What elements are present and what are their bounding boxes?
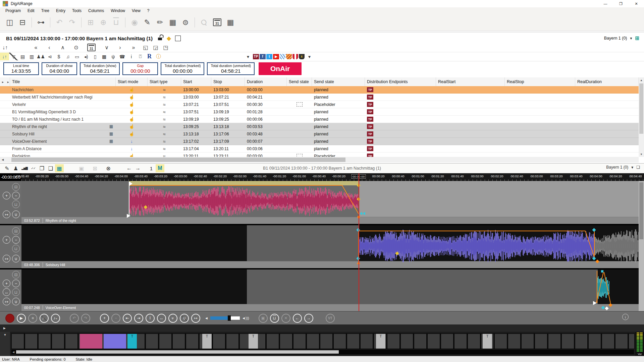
copy-icon[interactable]: ❐ — [38, 164, 46, 172]
prev-button[interactable]: ← — [293, 314, 302, 323]
show-checkbox[interactable] — [175, 36, 181, 41]
menu-edit[interactable]: Edit — [24, 8, 38, 14]
column-header-send-state[interactable]: Send state — [312, 77, 365, 86]
menu-entry[interactable]: Entry — [53, 8, 69, 14]
menu-program[interactable]: Program — [2, 8, 24, 14]
playhead[interactable] — [359, 173, 359, 311]
track-zoom-out-button[interactable]: − — [12, 192, 20, 199]
music-icon[interactable]: ♫ — [63, 53, 72, 60]
money-icon[interactable]: $ — [54, 53, 63, 60]
track-zoom-in-button[interactable]: + — [3, 192, 10, 199]
scroll-thumb[interactable] — [11, 158, 345, 162]
table-row[interactable]: From A Distance↓≈13:17:0413:20:1100:03:0… — [0, 145, 639, 153]
split-vertical-icon[interactable]: ◫ — [3, 16, 16, 29]
cleanup-button[interactable]: ⊔ — [270, 314, 279, 323]
go-date-icon[interactable]: 31 — [87, 44, 96, 51]
track-delete-button[interactable]: ⊔ — [12, 245, 20, 252]
zoom-in-button[interactable]: + — [100, 314, 109, 323]
track-insert-button[interactable]: ↦ — [3, 255, 10, 262]
go-first-icon[interactable]: « — [31, 44, 41, 52]
film-icon[interactable]: ▩ — [100, 53, 109, 60]
overview-scrollbar[interactable]: ◀ — [11, 350, 634, 354]
grid-view-icon[interactable]: ▦ — [224, 16, 237, 29]
insert-after-icon[interactable]: ◲ — [151, 44, 161, 52]
table-vertical-scrollbar[interactable]: ▲ ▼ — [639, 77, 644, 157]
undo-button[interactable]: ↶ — [70, 314, 79, 323]
exit-mode-button[interactable]: ↦ — [191, 314, 200, 323]
trash-icon[interactable]: ⊔ — [110, 16, 122, 29]
track-monitor-button[interactable]: ⊟ — [12, 227, 20, 235]
table-row[interactable]: B1 Vormittag/Mittag Openerbett 3 D☝≈13:0… — [0, 108, 639, 116]
waveform-track-3[interactable] — [0, 269, 644, 311]
menu-view[interactable]: View — [128, 8, 144, 14]
undo-icon[interactable]: ↶ — [53, 16, 66, 29]
waveform-track-2[interactable] — [0, 225, 644, 268]
sort-order-icon[interactable]: ↓↑ — [0, 44, 10, 52]
marker-square[interactable] — [601, 270, 603, 273]
database-icon[interactable]: ⊜ — [179, 16, 192, 29]
collapse-button[interactable]: » — [168, 314, 177, 323]
add-note-button[interactable]: ♪₊ — [51, 314, 60, 323]
levels-icon[interactable]: ▂▅▇ — [20, 164, 29, 172]
go-last-icon[interactable]: » — [128, 44, 139, 52]
banner-icon[interactable]: ▭ — [72, 53, 82, 60]
shield-eagle-icon[interactable]: ♜ — [299, 54, 305, 59]
column-header-title[interactable]: Title — [10, 77, 116, 86]
editor-channel-dropdown-icon[interactable]: ▼ — [631, 166, 634, 169]
channel-dropdown-icon[interactable]: ▾ — [305, 53, 314, 60]
track-monitor-button[interactable]: ⊟ — [12, 183, 20, 191]
megaphone-icon[interactable]: ⊲ — [45, 53, 54, 60]
metron-off-button[interactable]: ♩ — [40, 314, 49, 323]
search-icon[interactable]: Ϙ — [195, 13, 213, 31]
go-next-icon[interactable]: › — [115, 44, 125, 52]
track-loop-button[interactable]: ∪ — [12, 255, 20, 262]
column-layout-icon[interactable]: ▤ — [18, 53, 27, 60]
play-entry-icon[interactable]: ◉ — [128, 16, 141, 29]
calendar-icon[interactable]: 31 — [213, 18, 221, 26]
print-icon[interactable]: ⊞ — [84, 16, 97, 29]
record-button[interactable] — [5, 314, 14, 323]
column-header-start-mode[interactable]: Start mode — [116, 77, 148, 86]
column-header-send-state[interactable]: Send state — [287, 77, 312, 86]
contacts-icon[interactable]: ♟♟ — [36, 53, 45, 60]
track-insert-button[interactable]: ↦ — [3, 210, 10, 218]
shield-wuerzburg-icon[interactable] — [292, 54, 298, 59]
volume-max-icon[interactable]: ◄))) — [242, 316, 249, 320]
track-zoom-in-button[interactable]: + — [3, 236, 10, 244]
go-current-icon[interactable]: ⊙ — [71, 44, 81, 52]
track-delete-button[interactable]: ⊔ — [12, 288, 20, 296]
zoom-fit-button[interactable]: ↔ — [157, 314, 166, 323]
snap-off-button[interactable]: ∪ — [180, 314, 189, 323]
zoom-selection-button[interactable]: I — [146, 314, 155, 323]
menu-columns[interactable]: Columns — [85, 8, 107, 14]
voicetrack-button[interactable]: VT — [326, 314, 335, 323]
table-row[interactable]: VoiceOver-Element▦↓≈13:17:0213:17:0900:0… — [0, 138, 639, 145]
sort-toggle-icon[interactable]: ↓↑ — [0, 53, 9, 60]
column-header-stop[interactable]: Stop — [211, 77, 245, 86]
insert-before-icon[interactable]: ◱ — [141, 44, 151, 52]
scroll-thumb[interactable] — [16, 350, 339, 354]
column-header-distribution-endpoints[interactable]: Distribution Endpoints — [365, 77, 436, 86]
shield-franconia-icon[interactable] — [286, 54, 292, 59]
scroll-left-icon[interactable]: ◀ — [12, 351, 14, 354]
hint-icon[interactable]: ⓘ — [154, 53, 163, 60]
marker-arrow-left[interactable] — [360, 212, 362, 215]
overview-block-marker[interactable]: T — [249, 334, 258, 349]
filter-dropdown-icon[interactable]: ▾ — [244, 53, 253, 60]
table-row[interactable]: Solsbury Hill▦☝≈13:13:1813:17:0600:03:48… — [0, 130, 639, 138]
column-header-realduration[interactable]: RealDuration — [575, 77, 639, 86]
marker-arrow-left[interactable] — [363, 212, 365, 215]
unlock-icon[interactable] — [158, 37, 163, 40]
twitter-icon[interactable]: t — [266, 54, 272, 59]
edit-entry-icon[interactable]: ✏ — [154, 16, 166, 29]
reporter-icon[interactable]: ♟ — [11, 164, 20, 172]
close-button[interactable]: ✕ — [629, 0, 644, 7]
overview-block-marker[interactable]: T — [483, 334, 492, 349]
multitrack-view-icon[interactable]: ▦ — [55, 164, 64, 172]
key-icon[interactable]: ⊶ — [35, 16, 47, 29]
expander-row[interactable]: ▶ — [0, 324, 644, 332]
track-zoom-in-button[interactable]: + — [3, 280, 10, 287]
save-icon[interactable]: ▣ — [77, 164, 86, 172]
paste-icon[interactable]: ❑ — [46, 164, 55, 172]
go-up-icon[interactable]: ∧ — [58, 44, 68, 52]
